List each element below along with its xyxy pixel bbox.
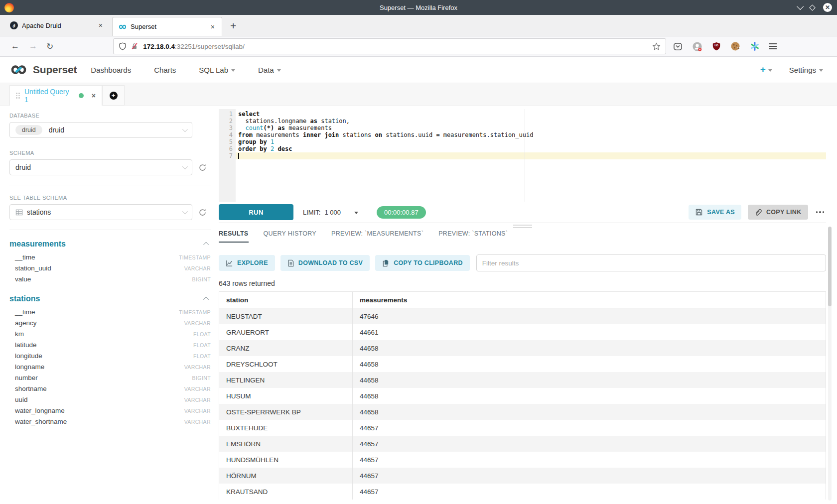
run-button[interactable]: RUN — [219, 204, 293, 220]
nav-charts[interactable]: Charts — [154, 66, 176, 74]
nav-data[interactable]: Data — [258, 66, 281, 74]
schema-column-row[interactable]: water_longnameVARCHAR — [9, 407, 211, 418]
schema-column-row[interactable]: station_uuidVARCHAR — [9, 264, 211, 275]
results-scrollbar[interactable] — [828, 227, 832, 501]
cell-measurements: 44658 — [353, 345, 826, 352]
app-window: Superset — Mozilla Firefox ✕ ∂ Apache Dr… — [0, 0, 837, 504]
url-bar[interactable]: 172.18.0.4:32251/superset/sqllab/ — [113, 38, 666, 54]
tab-preview-measurements[interactable]: PREVIEW: `MEASUREMENTS` — [331, 230, 423, 243]
schema-column-row[interactable]: uuidVARCHAR — [9, 396, 211, 407]
menu-hamburger-icon[interactable] — [769, 42, 777, 51]
table-row[interactable]: OSTE-SPERRWERK BP44658 — [219, 404, 826, 420]
table-name-heading[interactable]: measurements — [9, 240, 66, 249]
add-query-tab-button[interactable]: + — [102, 85, 125, 106]
schema-column-row[interactable]: __timeTIMESTAMP — [9, 308, 211, 319]
drag-handle-icon[interactable] — [16, 93, 20, 99]
table-select[interactable]: stations — [9, 204, 192, 220]
superset-logo[interactable]: Superset — [8, 64, 77, 76]
more-options-icon[interactable] — [814, 211, 827, 213]
tab-results[interactable]: RESULTS — [219, 230, 249, 243]
explore-button[interactable]: EXPLORE — [219, 255, 275, 271]
schema-column-row[interactable]: kmFLOAT — [9, 330, 211, 341]
chevron-up-icon[interactable] — [203, 242, 209, 248]
new-item-button[interactable]: + — [760, 64, 772, 75]
reload-button[interactable]: ↻ — [46, 41, 53, 52]
copy-link-button[interactable]: COPY LINK — [748, 205, 808, 220]
ublock-icon[interactable]: UO — [712, 42, 721, 51]
filter-results-input[interactable] — [476, 254, 826, 271]
cell-station: HUNDSMÜHLEN — [219, 452, 353, 468]
tab-preview-stations[interactable]: PREVIEW: `STATIONS` — [438, 230, 508, 243]
table-row[interactable]: KRAUTSAND44657 — [219, 484, 826, 500]
tab-query-history[interactable]: QUERY HISTORY — [264, 230, 316, 243]
account-extension-icon[interactable] — [692, 41, 702, 52]
query-tab-close-icon[interactable]: × — [92, 92, 96, 100]
scrollbar-thumb[interactable] — [828, 227, 832, 306]
schema-column-row[interactable]: longitudeFLOAT — [9, 352, 211, 363]
shield-icon[interactable] — [119, 42, 127, 50]
schema-column-row[interactable]: latitudeFLOAT — [9, 341, 211, 352]
back-button[interactable]: ← — [11, 41, 19, 51]
table-row[interactable]: HETLINGEN44658 — [219, 372, 826, 388]
chevron-up-icon[interactable] — [203, 297, 209, 302]
browser-tab-apache-druid[interactable]: ∂ Apache Druid × — [4, 15, 110, 36]
column-type: VARCHAR — [184, 419, 211, 425]
pocket-icon[interactable] — [673, 42, 683, 51]
chevron-down-icon — [354, 212, 358, 214]
schema-column-row[interactable]: shortnameVARCHAR — [9, 385, 211, 396]
nav-sql-lab[interactable]: SQL Lab — [199, 66, 235, 74]
superset-navbar: Superset Dashboards Charts SQL Lab Data … — [0, 57, 837, 83]
table-row[interactable]: EMSHÖRN44657 — [219, 436, 826, 452]
download-csv-button[interactable]: DOWNLOAD TO CSV — [280, 255, 370, 271]
table-row[interactable]: HUNDSMÜHLEN44657 — [219, 452, 826, 468]
schema-column-row[interactable]: __timeTIMESTAMP — [9, 253, 211, 264]
column-header-measurements[interactable]: measurements — [353, 296, 826, 304]
table-row[interactable]: HUSUM44658 — [219, 388, 826, 404]
cell-station: EMSHÖRN — [219, 436, 353, 452]
tab-close-icon[interactable]: × — [210, 23, 216, 31]
nav-dashboards[interactable]: Dashboards — [91, 66, 131, 74]
sql-editor[interactable]: 1234567 select stations.longname as stat… — [219, 109, 826, 202]
table-row[interactable]: DREYSCHLOOT44658 — [219, 356, 826, 372]
window-maximize-icon[interactable] — [809, 4, 816, 11]
query-tab-active[interactable]: Untitled Query 1 × — [9, 85, 102, 106]
column-header-station[interactable]: station — [219, 292, 353, 308]
refresh-table-icon[interactable] — [198, 208, 207, 217]
table-row[interactable]: NEUSTADT47646 — [219, 308, 826, 324]
column-name: __time — [15, 308, 35, 316]
new-browser-tab-button[interactable]: + — [230, 20, 236, 32]
schema-column-row[interactable]: numberBIGINT — [9, 374, 211, 385]
table-row[interactable]: GRAUERORT44661 — [219, 324, 826, 340]
browser-tab-superset[interactable]: Superset × — [112, 17, 222, 36]
table-row[interactable]: HÖRNUM44657 — [219, 468, 826, 484]
database-select[interactable]: druid druid — [9, 122, 192, 138]
sparkle-extension-icon[interactable] — [750, 41, 760, 51]
limit-dropdown[interactable]: LIMIT: 1 000 — [303, 209, 358, 216]
window-minimize-icon[interactable] — [797, 3, 804, 10]
chart-icon — [226, 259, 233, 267]
sql-code-line: group by 1 — [238, 138, 826, 145]
forward-button[interactable]: → — [29, 41, 37, 51]
table-name-heading[interactable]: stations — [9, 294, 40, 303]
refresh-schema-icon[interactable] — [198, 163, 207, 172]
cookie-extension-icon[interactable] — [730, 41, 740, 51]
schema-column-row[interactable]: agencyVARCHAR — [9, 319, 211, 330]
bookmark-star-icon[interactable] — [652, 42, 661, 51]
settings-menu[interactable]: Settings — [789, 66, 823, 74]
editor-code-area[interactable]: select stations.longname as station, cou… — [236, 109, 826, 202]
schema-select[interactable]: druid — [9, 159, 192, 175]
table-row[interactable]: CRANZ44658 — [219, 340, 826, 356]
copy-clipboard-button[interactable]: COPY TO CLIPBOARD — [375, 255, 470, 271]
table-row[interactable]: BUXTEHUDE44657 — [219, 420, 826, 436]
column-name: agency — [15, 319, 37, 327]
schema-column-row[interactable]: longnameVARCHAR — [9, 363, 211, 374]
schema-column-row[interactable]: water_shortnameVARCHAR — [9, 418, 211, 429]
window-close-icon[interactable]: ✕ — [823, 3, 832, 12]
column-type: VARCHAR — [184, 364, 211, 370]
resize-handle[interactable] — [513, 225, 532, 230]
save-icon — [695, 208, 703, 216]
tab-close-icon[interactable]: × — [98, 21, 104, 29]
save-as-button[interactable]: SAVE AS — [689, 205, 741, 220]
insecure-lock-icon[interactable] — [131, 42, 139, 50]
schema-column-row[interactable]: valueBIGINT — [9, 275, 211, 286]
